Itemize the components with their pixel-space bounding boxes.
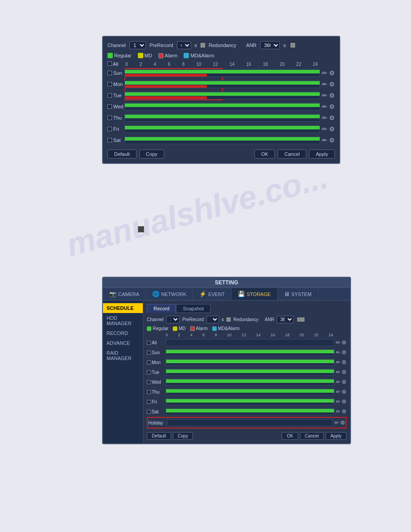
cancel-button[interactable]: Cancel [278, 150, 306, 159]
thu-pencil-icon[interactable]: ✏ [322, 114, 327, 121]
anr-unit: s [283, 43, 286, 48]
ok-button[interactable]: OK [254, 150, 275, 159]
fri-pencil-icon[interactable]: ✏ [322, 125, 327, 133]
nav-tab-storage[interactable]: 💾 STORAGE [231, 288, 278, 300]
sat-gear-icon[interactable]: ⚙ [329, 137, 335, 144]
sidebar-item-record[interactable]: RECORD [103, 328, 143, 338]
mon-bar[interactable] [124, 80, 320, 88]
sun-checkbox[interactable] [107, 71, 112, 75]
b-mon-pencil-icon[interactable]: ✏ [336, 359, 340, 365]
sun-pencil-icon[interactable]: ✏ [322, 69, 327, 77]
b-holiday-bar[interactable] [167, 419, 333, 426]
b-fri-bar[interactable] [166, 398, 334, 405]
fri-bar[interactable] [124, 125, 320, 133]
tue-bar[interactable] [124, 91, 320, 99]
b-all-checkbox[interactable] [147, 341, 151, 345]
b-tue-checkbox[interactable] [147, 370, 151, 374]
b-prerecord-select[interactable]: 4 [206, 316, 219, 323]
fri-gear-icon[interactable]: ⚙ [329, 125, 335, 133]
b-tue-pencil-icon[interactable]: ✏ [336, 369, 340, 375]
b-thu-bar[interactable] [166, 388, 334, 395]
b-all-pencil-icon[interactable]: ✏ [336, 339, 340, 346]
nav-tab-event[interactable]: ⚡ EVENT [193, 288, 231, 300]
mon-pencil-icon[interactable]: ✏ [322, 81, 327, 88]
b-holiday-gear-icon[interactable]: ⚙ [340, 420, 345, 426]
all-checkbox[interactable] [107, 61, 112, 66]
b-mon-gear-icon[interactable]: ⚙ [342, 359, 347, 365]
b-apply-button[interactable]: Apply [325, 432, 347, 440]
wed-pencil-icon[interactable]: ✏ [322, 103, 327, 110]
tue-gear-icon[interactable]: ⚙ [329, 92, 335, 99]
wed-bar[interactable] [124, 103, 320, 111]
b-sat-gear-icon[interactable]: ⚙ [342, 408, 347, 415]
b-thu-checkbox[interactable] [147, 390, 151, 394]
tue-checkbox[interactable] [107, 93, 112, 98]
b-fri-pencil-icon[interactable]: ✏ [336, 399, 340, 405]
mon-checkbox[interactable] [107, 82, 112, 86]
b-sat-pencil-icon[interactable]: ✏ [336, 408, 340, 415]
thu-checkbox[interactable] [107, 116, 112, 120]
b-wed-checkbox[interactable] [147, 380, 151, 384]
b-thu-gear-icon[interactable]: ⚙ [342, 389, 347, 395]
b-sun-bar[interactable] [166, 349, 334, 356]
b-redundancy-checkbox[interactable] [227, 317, 231, 322]
tue-pencil-icon[interactable]: ✏ [322, 92, 327, 99]
thu-gear-icon[interactable]: ⚙ [329, 114, 335, 121]
sidebar-item-advance[interactable]: ADVANCE [103, 338, 143, 348]
b-sat-checkbox[interactable] [147, 410, 151, 414]
b-wed-gear-icon[interactable]: ⚙ [342, 379, 347, 385]
fri-actions: ✏ ⚙ [322, 125, 335, 133]
b-anr-select[interactable]: 3600 [277, 316, 294, 323]
sidebar-item-hdd-manager[interactable]: HDD MANAGER [103, 313, 143, 328]
nav-tab-camera[interactable]: 📷 CAMERA [103, 288, 146, 300]
sat-checkbox[interactable] [107, 138, 112, 142]
b-channel-select[interactable]: 1 [166, 316, 180, 323]
record-tab[interactable]: Record [147, 304, 176, 313]
b-default-button[interactable]: Default [147, 432, 171, 440]
b-mon-bar[interactable] [166, 359, 334, 366]
mon-gear-icon[interactable]: ⚙ [329, 81, 335, 88]
fri-checkbox[interactable] [107, 127, 112, 131]
sun-bar[interactable] [124, 69, 320, 77]
sun-gear-icon[interactable]: ⚙ [329, 69, 335, 77]
default-button[interactable]: Default [107, 150, 137, 159]
redundancy-checkbox[interactable] [201, 43, 205, 47]
snapshot-tab[interactable]: Snapshot [176, 304, 210, 313]
sat-actions: ✏ ⚙ [322, 137, 335, 144]
sidebar-item-schedule[interactable]: SCHEDULE [103, 303, 143, 313]
sidebar-item-raid-manager[interactable]: RAID MANAGER [103, 348, 143, 363]
b-cancel-button[interactable]: Cancel [300, 432, 324, 440]
b-wed-bar[interactable] [166, 378, 334, 386]
b-fri-checkbox[interactable] [147, 400, 151, 404]
mid-checkbox-icon[interactable] [138, 226, 144, 232]
apply-button[interactable]: Apply [309, 150, 335, 159]
b-thu-pencil-icon[interactable]: ✏ [336, 389, 340, 395]
b-sun-gear-icon[interactable]: ⚙ [342, 349, 347, 356]
b-anr-unit-box[interactable] [297, 317, 304, 322]
wed-checkbox[interactable] [107, 104, 112, 109]
thu-bar[interactable] [124, 114, 320, 122]
b-sun-pencil-icon[interactable]: ✏ [336, 349, 340, 356]
b-all-gear-icon[interactable]: ⚙ [342, 339, 347, 346]
channel-select[interactable]: 1 [129, 41, 146, 49]
prerecord-select[interactable]: 4 [177, 41, 191, 49]
anr-checkbox[interactable] [291, 43, 295, 47]
b-sat-bar[interactable] [166, 408, 334, 415]
b-holiday-pencil-icon[interactable]: ✏ [334, 420, 339, 426]
b-ok-button[interactable]: OK [282, 432, 298, 440]
sat-bar[interactable] [124, 136, 320, 144]
b-tue-bar[interactable] [166, 369, 334, 376]
b-all-bar[interactable] [166, 339, 334, 346]
b-wed-pencil-icon[interactable]: ✏ [336, 379, 340, 385]
nav-tab-network[interactable]: 🌐 NETWORK [146, 288, 193, 300]
copy-button[interactable]: Copy [139, 150, 164, 159]
nav-tab-system[interactable]: 🖥 SYSTEM [278, 288, 318, 300]
anr-select[interactable]: 3600 [260, 41, 280, 49]
b-mon-checkbox[interactable] [147, 360, 151, 365]
b-tue-gear-icon[interactable]: ⚙ [342, 369, 347, 375]
sat-pencil-icon[interactable]: ✏ [322, 137, 327, 144]
b-copy-button[interactable]: Copy [173, 432, 193, 440]
b-sun-checkbox[interactable] [147, 351, 151, 355]
b-fri-gear-icon[interactable]: ⚙ [342, 399, 347, 405]
wed-gear-icon[interactable]: ⚙ [329, 103, 335, 110]
